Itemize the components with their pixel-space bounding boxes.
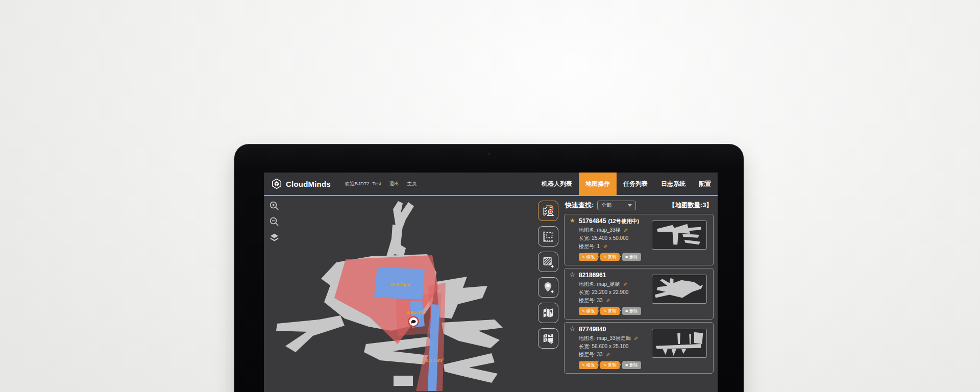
delete-icon: ✖ — [625, 309, 628, 313]
edit-icon: ✎ — [603, 255, 606, 259]
star-outline-icon[interactable]: ☆ — [570, 271, 575, 278]
star-filled-icon[interactable]: ★ — [570, 217, 575, 224]
map-thumbnail — [652, 275, 707, 304]
edit-icon[interactable]: ✎ — [604, 353, 612, 357]
map-controls — [268, 200, 280, 243]
tab-config[interactable]: 配置 — [692, 173, 718, 195]
area-label-1: 40.519m² — [390, 282, 411, 287]
edit-icon[interactable]: ✎ — [601, 244, 609, 249]
map-in-use-badge: (12号使用中) — [608, 218, 639, 224]
page-background: CloudMinds 欢迎BJDT2_Test 退出 主页 机器人列表 地图操作… — [0, 0, 980, 392]
add-pin-tool[interactable] — [538, 277, 558, 298]
mapping-task-tool[interactable] — [538, 201, 558, 221]
brand-logo: CloudMinds — [271, 178, 331, 189]
mapping-task-icon — [542, 204, 555, 217]
delete-icon: ✖ — [625, 255, 628, 259]
laptop-mockup: CloudMinds 欢迎BJDT2_Test 退出 主页 机器人列表 地图操作… — [234, 144, 744, 392]
map-canvas[interactable]: 40.519m² 8.614m² 80.215m² — [264, 196, 533, 391]
map-size-row: 长宽: 23.200 x 22.900 — [579, 288, 635, 297]
map-card[interactable]: ☆ 82186961 地图名: map_腿腿 ✎ 长宽: 23.200 x 22… — [564, 268, 714, 320]
app-window: CloudMinds 欢迎BJDT2_Test 退出 主页 机器人列表 地图操作… — [264, 173, 718, 392]
edit-icon: ✎ — [582, 363, 585, 368]
zoom-out-icon — [269, 216, 280, 227]
delete-icon: ✖ — [625, 363, 628, 368]
map-id: 87749840 — [579, 326, 606, 333]
measure-area-icon — [542, 230, 555, 243]
layers-button[interactable] — [268, 232, 280, 243]
map-id: 51764845 — [579, 217, 606, 225]
edit-icon: ✎ — [582, 255, 585, 259]
map-size-row: 长宽: 56.600 x 25.100 — [579, 342, 638, 351]
add-region-icon — [542, 255, 555, 268]
layers-icon — [269, 232, 280, 243]
welcome-text: 欢迎BJDT2_Test — [345, 181, 381, 187]
quick-find-label: 快速查找: — [565, 201, 594, 210]
map-size-row: 长宽: 25.400 x 50.000 — [579, 234, 639, 242]
quick-find-select[interactable]: 全部 — [597, 201, 636, 210]
zoom-in-icon — [269, 201, 280, 211]
tab-task-list[interactable]: 任务列表 — [617, 173, 654, 195]
map-card[interactable]: ★ 51764845(12号使用中) 地图名: map_33楼 ✎ 长宽: 25… — [564, 214, 714, 265]
edit-icon: ✎ — [603, 363, 606, 368]
map-name-row: 地图名: map_腿腿 ✎ — [579, 280, 635, 288]
webcam-dot — [487, 152, 491, 155]
delete-map-tool[interactable] — [538, 303, 558, 323]
add-pin-icon — [542, 281, 555, 294]
edit-icon: ✎ — [582, 309, 585, 313]
copy-button[interactable]: ✎复制 — [600, 253, 619, 261]
edit-icon[interactable]: ✎ — [622, 228, 630, 232]
map-list-panel: 快速查找: 全部 【地图数量:3】 ★ 51764845(12号使用中) 地图名… — [563, 196, 718, 391]
edit-icon[interactable]: ✎ — [621, 282, 629, 286]
copy-button[interactable]: ✎复制 — [600, 307, 619, 315]
map-card[interactable]: ☆ 87749840 地图名: map_33层走廊 ✎ 长宽: 56.600 x… — [564, 322, 714, 374]
upload-map-icon — [542, 332, 555, 345]
measure-area-tool[interactable] — [538, 226, 558, 247]
robot-marker[interactable] — [409, 317, 419, 327]
copy-button[interactable]: ✎复制 — [600, 361, 619, 369]
nav-tabs: 机器人列表 地图操作 任务列表 日志系统 配置 — [535, 173, 718, 195]
upload-map-tool[interactable] — [538, 328, 558, 349]
edit-icon[interactable]: ✎ — [632, 336, 640, 340]
map-name-row: 地图名: map_33层走廊 ✎ — [579, 334, 638, 342]
cloudminds-hexagon-icon — [271, 178, 282, 189]
map-count-text: 【地图数量:3】 — [669, 201, 713, 210]
map-thumbnail — [652, 329, 707, 358]
map-toolbar — [533, 196, 563, 391]
delete-map-icon — [542, 306, 555, 320]
modify-button[interactable]: ✎修改 — [579, 361, 598, 369]
tab-log-system[interactable]: 日志系统 — [654, 173, 692, 195]
modify-button[interactable]: ✎修改 — [579, 307, 598, 315]
delete-button[interactable]: ✖删除 — [622, 307, 641, 315]
map-name-row: 地图名: map_33楼 ✎ — [579, 226, 639, 234]
area-label-2: 8.614m² — [406, 309, 424, 315]
tab-robot-list[interactable]: 机器人列表 — [535, 173, 579, 195]
delete-button[interactable]: ✖删除 — [622, 253, 641, 261]
area-label-3: 80.215m² — [423, 357, 444, 363]
edit-icon: ✎ — [603, 309, 606, 313]
tab-map-operation[interactable]: 地图操作 — [579, 173, 617, 195]
modify-button[interactable]: ✎修改 — [579, 253, 598, 261]
map-floor-row: 楼层号: 1 ✎ — [579, 242, 639, 251]
star-outline-icon[interactable]: ☆ — [570, 325, 575, 332]
brand-name: CloudMinds — [286, 180, 331, 188]
home-link[interactable]: 主页 — [407, 181, 417, 187]
logout-link[interactable]: 退出 — [389, 181, 399, 187]
map-floor-row: 楼层号: 33 ✎ — [579, 351, 638, 359]
chevron-down-icon — [628, 204, 632, 207]
map-id: 82186961 — [579, 272, 606, 279]
delete-button[interactable]: ✖删除 — [622, 361, 641, 369]
edit-icon[interactable]: ✎ — [604, 299, 612, 303]
selected-option: 全部 — [601, 202, 611, 209]
map-thumbnail — [652, 220, 707, 250]
top-navbar: CloudMinds 欢迎BJDT2_Test 退出 主页 机器人列表 地图操作… — [264, 173, 718, 196]
add-region-tool[interactable] — [538, 252, 558, 272]
map-floor-row: 楼层号: 33 ✎ — [579, 297, 635, 305]
zoom-in-button[interactable] — [268, 200, 280, 211]
occupancy-map: 40.519m² 8.614m² 80.215m² — [264, 196, 533, 391]
zoom-out-button[interactable] — [268, 216, 280, 227]
